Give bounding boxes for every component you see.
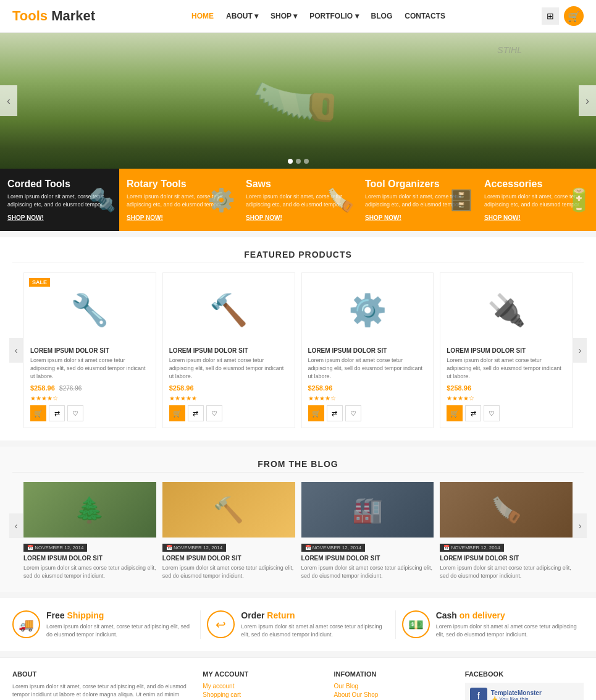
products-prev-arrow[interactable]: ‹: [9, 338, 23, 363]
footer-top: ABOUT Lorem ipsum dolor sit amet, corse …: [12, 670, 584, 700]
cat-organizers: Tool Organizers Lorem ipsum dolor sit am…: [358, 169, 477, 231]
product-name-3: LOREM IPSUM DOLOR SIT: [308, 347, 427, 354]
hero-dot-2[interactable]: [296, 159, 301, 164]
main-nav: HOME ABOUT ▾ SHOP ▾ PORTFOLIO ▾ BLOG CON…: [191, 12, 445, 20]
feature-return: ↩ Order Return Lorem ipsum dolor sit ame…: [207, 610, 388, 638]
footer-about-title: ABOUT: [12, 670, 190, 678]
cat-rotary-tools: Rotary Tools Lorem ipsum dolor sit amet,…: [119, 169, 238, 231]
blog-post-title-1[interactable]: LOREM IPSUM DOLOR SIT: [23, 555, 156, 562]
cat-saws-shopnow[interactable]: SHOP NOW!: [246, 214, 282, 221]
products-next-arrow[interactable]: ›: [573, 338, 587, 363]
blog-prev-arrow[interactable]: ‹: [9, 513, 23, 538]
footer-facebook: FACEBOOK f TemplateMonster 👍 You like th…: [465, 670, 584, 700]
blog-date-1: 📅 NOVEMBER 12, 2014: [23, 544, 87, 552]
grid-icon-button[interactable]: ⊞: [542, 7, 559, 25]
blog-img-1: 🌲: [23, 482, 156, 538]
cat-corded-shopnow[interactable]: SHOP NOW!: [7, 214, 44, 221]
nav-about[interactable]: ABOUT ▾: [226, 12, 258, 20]
product-card-1: SALE 🔧 LOREM IPSUM DOLOR SIT Lorem ipsum…: [23, 272, 156, 428]
fb-name[interactable]: TemplateMonster: [491, 689, 542, 696]
product-price-4: $258.96: [447, 384, 471, 392]
products-row: SALE 🔧 LOREM IPSUM DOLOR SIT Lorem ipsum…: [23, 272, 573, 428]
blog-next-arrow[interactable]: ›: [573, 513, 587, 538]
cash-title: Cash on delivery: [436, 610, 584, 620]
hero-dots: [288, 159, 309, 164]
nav-portfolio[interactable]: PORTFOLIO ▾: [309, 12, 358, 20]
product-img-1: 🔧: [30, 279, 149, 341]
blog-card-3: 🏭 📅 NOVEMBER 12, 2014 LOREM IPSUM DOLOR …: [301, 482, 434, 580]
nav-shop[interactable]: SHOP ▾: [271, 12, 297, 20]
wishlist-3[interactable]: ♡: [345, 405, 361, 421]
features-section: 🚚 Free Shipping Lorem ipsum dolor sit am…: [0, 598, 596, 651]
footer-facebook-title: FACEBOOK: [465, 670, 584, 678]
fb-like-btn[interactable]: 👍 You like this: [491, 696, 542, 700]
fb-avatar: f: [470, 688, 487, 700]
cat-saws: Saws Lorem ipsum dolor sit amet, corse t…: [238, 169, 358, 231]
product-actions-1: 🛒 ⇄ ♡: [30, 405, 149, 421]
blog-date-4: 📅 NOVEMBER 12, 2014: [440, 544, 503, 552]
product-name-1: LOREM IPSUM DOLOR SIT: [30, 347, 149, 354]
header: Tools Market HOME ABOUT ▾ SHOP ▾ PORTFOL…: [0, 0, 596, 33]
footer-link-blog[interactable]: Our Blog: [334, 683, 453, 689]
product-desc-3: Lorem ipsum dolor sit amet corse tetur a…: [308, 356, 427, 380]
footer-about-text: Lorem ipsum dolor sit amet, corse tetur …: [12, 683, 190, 700]
blog-post-text-1: Lorem ipsum dolor sit ames corse tetur a…: [23, 564, 156, 580]
footer-link-cart[interactable]: Shopping cart: [203, 691, 321, 698]
return-title: Order Return: [241, 610, 388, 620]
nav-contacts[interactable]: CONTACTS: [405, 12, 445, 20]
cat-organizers-shopnow[interactable]: SHOP NOW!: [365, 214, 401, 221]
feature-shipping: 🚚 Free Shipping Lorem ipsum dolor sit am…: [12, 610, 194, 638]
cat-organizers-img: 🗄️: [449, 188, 474, 212]
hero-dot-3[interactable]: [304, 159, 309, 164]
hero-dot-1[interactable]: [288, 159, 293, 164]
nav-blog[interactable]: BLOG: [371, 12, 393, 20]
add-to-cart-1[interactable]: 🛒: [30, 405, 46, 421]
cat-accessories: Accessories Lorem ipsum dolor sit amet, …: [477, 169, 596, 231]
add-to-cart-3[interactable]: 🛒: [308, 405, 324, 421]
blog-post-title-4[interactable]: LOREM IPSUM DOLOR SIT: [440, 555, 573, 562]
compare-2[interactable]: ⇄: [188, 405, 204, 421]
return-desc: Lorem ipsum dolor sit amet al amet corse…: [241, 623, 388, 638]
feature-divider-1: [200, 610, 201, 638]
cat-accessories-shopnow[interactable]: SHOP NOW!: [484, 214, 521, 221]
compare-4[interactable]: ⇄: [465, 405, 481, 421]
product-desc-4: Lorem ipsum dolor sit amet corse tetur a…: [447, 356, 566, 380]
hero-prev-arrow[interactable]: ‹: [0, 85, 17, 116]
blog-row: 🌲 📅 NOVEMBER 12, 2014 LOREM IPSUM DOLOR …: [23, 482, 573, 580]
cat-rotary-shopnow[interactable]: SHOP NOW!: [127, 214, 163, 221]
product-desc-1: Lorem ipsum dolor sit amet corse tetur a…: [30, 356, 149, 380]
compare-3[interactable]: ⇄: [327, 405, 343, 421]
wishlist-2[interactable]: ♡: [206, 405, 222, 421]
blog-img-3: 🏭: [301, 482, 434, 538]
blog-card-1: 🌲 📅 NOVEMBER 12, 2014 LOREM IPSUM DOLOR …: [23, 482, 156, 580]
product-price-3: $258.96: [308, 384, 333, 392]
blog-card-4: 🪚 📅 NOVEMBER 12, 2014 LOREM IPSUM DOLOR …: [440, 482, 573, 580]
wishlist-1[interactable]: ♡: [67, 405, 83, 421]
logo: Tools Market: [12, 8, 95, 24]
product-name-4: LOREM IPSUM DOLOR SIT: [447, 347, 566, 354]
blog-post-title-2[interactable]: LOREM IPSUM DOLOR SIT: [162, 555, 295, 562]
product-card-3: ⚙️ LOREM IPSUM DOLOR SIT Lorem ipsum dol…: [301, 272, 434, 428]
product-actions-4: 🛒 ⇄ ♡: [447, 405, 566, 421]
nav-icons: ⊞ 🛒: [542, 6, 584, 26]
wishlist-4[interactable]: ♡: [484, 405, 500, 421]
cat-corded-img: 🔩: [88, 187, 116, 213]
blog-img-4: 🪚: [440, 482, 573, 538]
product-desc-2: Lorem ipsum dolor sit amet corse tetur a…: [169, 356, 288, 380]
product-actions-2: 🛒 ⇄ ♡: [169, 405, 288, 421]
footer: ABOUT Lorem ipsum dolor sit amet, corse …: [0, 657, 596, 700]
add-to-cart-2[interactable]: 🛒: [169, 405, 185, 421]
nav-home[interactable]: HOME: [191, 12, 214, 20]
product-img-3: ⚙️: [308, 279, 427, 341]
hero-next-arrow[interactable]: ›: [579, 85, 596, 116]
products-wrapper: ‹ SALE 🔧 LOREM IPSUM DOLOR SIT Lorem ips…: [12, 272, 584, 428]
footer-link-myaccount[interactable]: My account: [203, 683, 321, 689]
cart-button[interactable]: 🛒: [564, 6, 584, 26]
blog-post-title-3[interactable]: LOREM IPSUM DOLOR SIT: [301, 555, 434, 562]
feature-cash: 💵 Cash on delivery Lorem ipsum dolor sit…: [402, 610, 584, 638]
footer-link-about-shop[interactable]: About Our Shop: [334, 691, 453, 698]
compare-1[interactable]: ⇄: [49, 405, 65, 421]
product-price-1: $258.96: [30, 384, 55, 392]
add-to-cart-4[interactable]: 🛒: [447, 405, 463, 421]
hero-banner: 🪚 STIHL ‹ ›: [0, 33, 596, 169]
